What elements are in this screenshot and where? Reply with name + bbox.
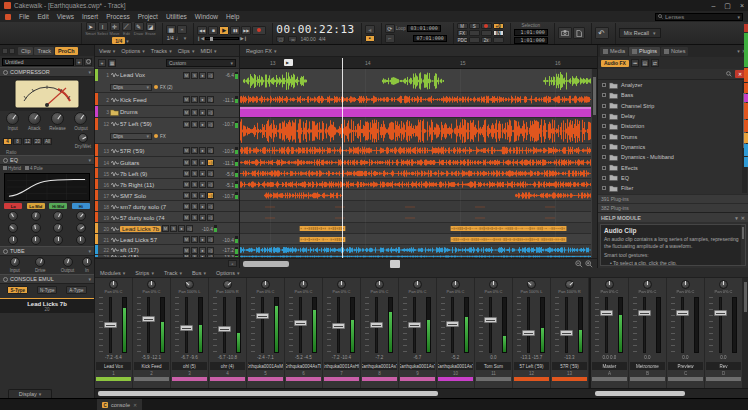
inspector-tab[interactable]: ProCh (55, 47, 78, 55)
channel-name[interactable]: Metronome (630, 362, 665, 370)
track-row[interactable]: 15 7b Left (9) M S ● ◁) -5.6 (95, 168, 239, 179)
arm-button[interactable]: ● (199, 159, 206, 166)
track-volume-value[interactable]: -5.1 (215, 182, 234, 188)
time-display[interactable]: 00:00:22:13 (276, 24, 354, 35)
playhead-line[interactable] (342, 58, 343, 258)
tool-button[interactable]: ◪ (146, 22, 156, 31)
menu-item[interactable]: Edit (37, 13, 48, 20)
input-echo-button[interactable]: ◁) (207, 170, 214, 177)
clips-dropdown[interactable]: Clips (110, 84, 152, 91)
eq-band-button[interactable]: Lo (4, 203, 22, 209)
eq-freq-knob[interactable] (76, 223, 86, 233)
inspector-tab[interactable]: Clip (18, 47, 33, 55)
export-doc-icon[interactable] (573, 27, 585, 39)
volume-fader[interactable] (104, 322, 117, 328)
mix-button[interactable] (469, 30, 480, 36)
now-marker-icon[interactable] (284, 59, 293, 66)
preset-add-button[interactable]: + (75, 58, 83, 66)
eq-header[interactable]: EQ (0, 155, 94, 165)
track-name[interactable]: Drums (120, 109, 182, 115)
console-type-button[interactable]: A-Type (66, 286, 86, 294)
snap-caret-icon[interactable] (184, 35, 187, 41)
browser-tab[interactable]: Media (600, 47, 628, 56)
solo-button[interactable]: S (191, 214, 198, 221)
master-strip[interactable]: Pan 0% C 0.0 Rev D (705, 278, 743, 388)
channel-name[interactable]: Master (592, 362, 627, 370)
master-strip[interactable]: Pan 0% C 0.0 Metronome B (629, 278, 667, 388)
track-view-menu[interactable]: Options (121, 48, 144, 54)
mix-recall-dropdown[interactable]: Mix Recall (619, 28, 661, 38)
punch-toggle-button[interactable]: ▪ (365, 35, 375, 42)
track-name[interactable]: SM7 Solo (120, 193, 182, 199)
folder-checkbox[interactable] (602, 176, 606, 180)
input-echo-button[interactable]: ◁) (207, 203, 214, 210)
eq-gain-knob[interactable] (8, 211, 18, 221)
pan-knob[interactable] (147, 280, 156, 289)
channel-name[interactable]: ohr (4) (210, 362, 245, 370)
master-strip[interactable]: Pan 0% C 0.0 0.0 Master A (591, 278, 629, 388)
track-row[interactable]: 1 Lead Vox M S ● ◁) -6.4 Clips (95, 69, 239, 93)
arm-button[interactable]: ● (199, 236, 206, 243)
scrollbar-handle[interactable] (98, 391, 438, 396)
track-name[interactable]: Lead Vox (120, 72, 182, 78)
ratio-button[interactable]: All (43, 138, 52, 145)
pan-knob[interactable] (565, 280, 574, 289)
track-row[interactable]: 19 57 durty solo (74 M S ● ◁) (95, 212, 239, 223)
menu-item[interactable]: Window (195, 13, 218, 20)
plugin-folder-item[interactable]: EQ (598, 173, 748, 183)
console-menu[interactable]: Modules (100, 270, 125, 276)
pan-knob[interactable] (681, 280, 690, 289)
track-volume-value[interactable]: -10.4 (194, 226, 213, 232)
console-menu[interactable]: Bus (192, 270, 206, 276)
folder-checkbox[interactable] (602, 166, 606, 170)
arrange-horizontal-scrollbar[interactable] (240, 258, 597, 268)
scrollbar-handle[interactable] (243, 261, 289, 267)
plugin-folder-item[interactable]: Filter (598, 183, 748, 193)
browser-menu-caret-icon[interactable] (737, 48, 740, 54)
volume-fader[interactable] (408, 322, 421, 328)
pan-knob[interactable] (451, 280, 460, 289)
track-row[interactable]: 17 SM7 Solo M S ● ◁) -10.7 (95, 190, 239, 201)
folder-checkbox[interactable] (602, 83, 606, 87)
plugin-folder-item[interactable]: Dynamics - Multiband (598, 152, 748, 162)
track-row[interactable]: 18 sm7 durty solo (7 M S ● ◁) (95, 201, 239, 212)
folder-checkbox[interactable] (602, 124, 606, 128)
plugin-folder-item[interactable]: Effects (598, 162, 748, 172)
solo-button[interactable]: S (191, 159, 198, 166)
compressor-knob[interactable] (74, 112, 87, 125)
search-input[interactable]: Lenses (655, 13, 743, 21)
ratio-button[interactable]: 12 (23, 138, 32, 145)
volume-fader[interactable] (560, 330, 573, 336)
menu-item[interactable]: Views (57, 13, 74, 20)
pan-knob[interactable] (299, 280, 308, 289)
time-ruler[interactable]: 13141516 (240, 57, 597, 69)
channel-strip[interactable]: Pan 100% R -13.3 57R ('59) 13 (551, 278, 589, 388)
track-row[interactable]: 12 57 Left ('59) M S ● ◁) -10.7 Clips (95, 118, 239, 144)
loop-brackets-icon[interactable]: ⌐ (385, 34, 395, 43)
tube-power-icon[interactable] (3, 249, 8, 254)
app-menu-icon[interactable] (5, 14, 11, 20)
snap-value[interactable]: 1/4 (167, 35, 174, 41)
channel-name[interactable]: 57R ('59) (552, 362, 587, 370)
pan-knob[interactable] (489, 280, 498, 289)
undo-button[interactable]: ↶ (595, 27, 609, 39)
track-name[interactable]: Lead Licks 7b (120, 226, 161, 232)
compressor-header[interactable]: COMPRESSOR (0, 67, 94, 77)
tube-in-knob[interactable] (82, 257, 92, 267)
tube-knob[interactable] (10, 257, 20, 267)
region-fx-menu[interactable]: Region FX (246, 48, 277, 54)
console-type-button[interactable]: N-Type (37, 286, 58, 294)
menu-item[interactable]: Utilities (166, 13, 187, 20)
preset-dropdown[interactable]: Untitled (2, 58, 74, 66)
fx-rescan-icon[interactable]: ⇄ (651, 59, 659, 67)
folder-checkbox[interactable] (602, 145, 606, 149)
goto-start-icon[interactable]: ❙◀ (197, 36, 204, 41)
eq-band-button[interactable]: Hi Mid (49, 203, 67, 209)
channel-strip[interactable]: Pan 0% C -5.2 Earthquka0001AsT 10 (437, 278, 475, 388)
arm-button[interactable]: ● (199, 192, 206, 199)
plugin-folder-item[interactable]: Dynamics (598, 142, 748, 152)
display-tab[interactable]: Display (8, 389, 52, 398)
metronome-icon[interactable]: ≍ (288, 36, 297, 42)
input-echo-button[interactable]: ◁) (207, 72, 214, 79)
console-type-button[interactable]: S-Type (7, 286, 28, 294)
